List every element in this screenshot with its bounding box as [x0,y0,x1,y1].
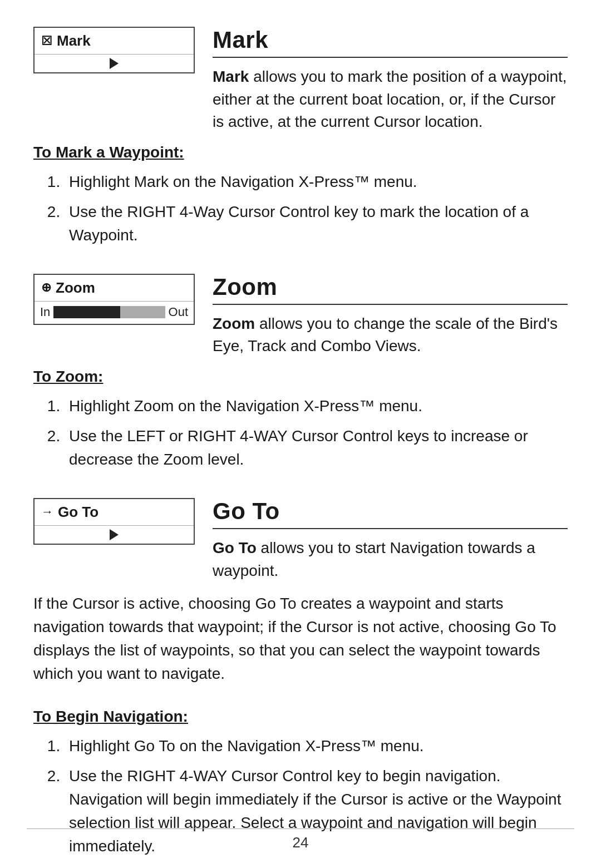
mark-section: ☒ Mark Mark Mark allows you to mark the … [33,27,568,247]
goto-menu-box: → Go To [33,498,195,545]
zoom-section: ⊕ Zoom In Out Zoom Zoom allows you to ch… [33,274,568,471]
zoom-desc-bold: Zoom [213,315,255,332]
goto-heading: Go To [213,498,568,529]
goto-menu-label: Go To [58,504,98,521]
mark-sub-heading: To Mark a Waypoint: [33,144,568,161]
goto-section-right: Go To Go To allows you to start Navigati… [213,498,568,582]
mark-step-2: Use the RIGHT 4-Way Cursor Control key t… [65,200,568,247]
mark-arrow-row [35,54,194,72]
goto-section-header: → Go To Go To Go To allows you to start … [33,498,568,582]
zoom-heading: Zoom [213,274,568,305]
goto-arrow-row [35,525,194,544]
goto-step-1: Highlight Go To on the Navigation X-Pres… [65,734,568,758]
goto-menu-title: → Go To [35,499,194,525]
goto-desc-bold: Go To [213,539,257,556]
bottom-divider [27,828,574,829]
zoom-slider-row: In Out [35,301,194,324]
mark-steps-list: Highlight Mark on the Navigation X-Press… [65,170,568,247]
mark-menu-label: Mark [57,32,91,50]
goto-arrow-icon [110,529,119,540]
mark-arrow-icon [110,58,119,69]
zoom-section-header: ⊕ Zoom In Out Zoom Zoom allows you to ch… [33,274,568,358]
zoom-step-2: Use the LEFT or RIGHT 4-WAY Cursor Contr… [65,425,568,471]
mark-menu-title: ☒ Mark [35,28,194,54]
zoom-desc-rest: allows you to change the scale of the Bi… [213,315,558,355]
goto-desc-rest: allows you to start Navigation towards a… [213,539,535,579]
zoom-slider-empty [120,306,165,318]
zoom-description: Zoom allows you to change the scale of t… [213,313,568,358]
mark-section-right: Mark Mark allows you to mark the positio… [213,27,568,134]
mark-icon: ☒ [41,34,52,48]
goto-section: → Go To Go To Go To allows you to start … [33,498,568,858]
mark-menu-box: ☒ Mark [33,27,195,73]
zoom-menu-label: Zoom [56,279,95,297]
goto-full-description: If the Cursor is active, choosing Go To … [33,592,568,685]
zoom-slider-bar [53,306,165,318]
mark-description: Mark allows you to mark the position of … [213,66,568,134]
zoom-out-label: Out [169,305,188,319]
goto-arrow-label-icon: → [41,505,53,519]
mark-desc-bold: Mark [213,68,249,85]
zoom-in-label: In [40,305,50,319]
zoom-steps-list: Highlight Zoom on the Navigation X-Press… [65,394,568,471]
zoom-section-right: Zoom Zoom allows you to change the scale… [213,274,568,358]
zoom-menu-title: ⊕ Zoom [35,275,194,301]
zoom-menu-box: ⊕ Zoom In Out [33,274,195,325]
mark-heading: Mark [213,27,568,58]
zoom-sub-heading: To Zoom: [33,368,568,386]
page-number: 24 [0,834,601,851]
zoom-slider-filled [53,306,120,318]
mark-section-header: ☒ Mark Mark Mark allows you to mark the … [33,27,568,134]
mark-desc-rest: allows you to mark the position of a way… [213,68,567,130]
mark-step-1: Highlight Mark on the Navigation X-Press… [65,170,568,194]
zoom-icon: ⊕ [41,280,51,295]
zoom-step-1: Highlight Zoom on the Navigation X-Press… [65,394,568,418]
goto-sub-heading: To Begin Navigation: [33,708,568,726]
goto-description-short: Go To allows you to start Navigation tow… [213,537,568,582]
